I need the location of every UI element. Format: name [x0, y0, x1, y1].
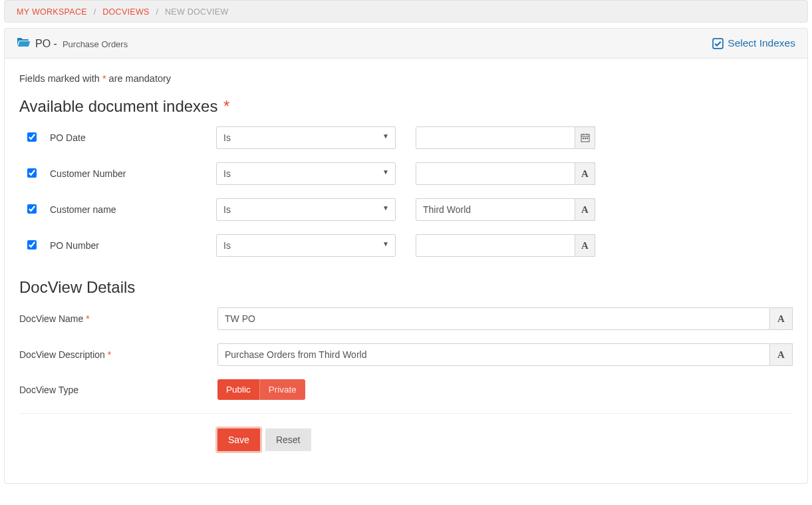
text-type-icon[interactable]: A [770, 343, 793, 366]
reset-button[interactable]: Reset [265, 428, 311, 451]
breadcrumb: MY WORKSPACE / DOCVIEWS / NEW DOCVIEW [4, 0, 808, 23]
index-row: Customer Number Is ▼ A [19, 162, 793, 185]
type-public-button[interactable]: Public [217, 379, 259, 400]
index-row: PO Date Is ▼ [19, 126, 793, 149]
index-label: PO Number [50, 240, 216, 251]
value-input-custname[interactable] [416, 198, 575, 221]
docview-name-input[interactable] [217, 307, 770, 330]
docview-type-toggle: Public Private [217, 379, 305, 400]
index-label: Customer name [50, 204, 216, 215]
breadcrumb-link-docviews[interactable]: DOCVIEWS [102, 7, 149, 17]
operator-select[interactable]: Is [216, 162, 396, 185]
index-label: Customer Number [50, 168, 216, 179]
svg-rect-3 [583, 138, 584, 139]
details-section-title: DocView Details [19, 278, 793, 297]
text-type-icon[interactable]: A [575, 198, 595, 221]
docview-type-label: DocView Type [19, 385, 217, 395]
index-checkbox-ponum[interactable] [27, 240, 37, 250]
select-indexes-button[interactable]: Select Indexes [712, 37, 795, 49]
calendar-icon[interactable] [575, 126, 595, 149]
folder-code: PO - [35, 38, 57, 50]
breadcrumb-current: NEW DOCVIEW [165, 7, 229, 17]
value-input-ponum[interactable] [416, 234, 575, 257]
value-input-custnum[interactable] [416, 162, 575, 185]
select-indexes-label: Select Indexes [728, 37, 795, 49]
folder-open-icon [17, 37, 30, 49]
text-type-icon[interactable]: A [575, 162, 595, 185]
operator-select[interactable]: Is [216, 126, 396, 149]
index-label: PO Date [50, 132, 216, 143]
mandatory-note: Fields marked with * are mandatory [19, 73, 793, 84]
operator-select[interactable]: Is [216, 198, 396, 221]
svg-rect-4 [585, 138, 586, 139]
docview-desc-input[interactable] [217, 343, 770, 366]
operator-select[interactable]: Is [216, 234, 396, 257]
breadcrumb-sep: / [156, 7, 158, 17]
breadcrumb-sep: / [94, 7, 96, 17]
folder-subtitle: Purchase Orders [63, 39, 128, 49]
breadcrumb-link-workspace[interactable]: MY WORKSPACE [17, 7, 87, 17]
value-input-podate[interactable] [416, 126, 575, 149]
index-checkbox-custnum[interactable] [27, 168, 37, 178]
panel-header: PO - Purchase Orders Select Indexes [5, 29, 807, 59]
check-square-icon [712, 38, 724, 49]
index-checkbox-custname[interactable] [27, 204, 37, 214]
docview-desc-label: DocView Description * [19, 349, 217, 360]
save-button[interactable]: Save [217, 428, 260, 451]
main-panel: PO - Purchase Orders Select Indexes Fiel… [4, 28, 808, 484]
svg-rect-5 [587, 138, 588, 139]
type-private-button[interactable]: Private [259, 379, 305, 400]
indexes-section-title: Available document indexes * [19, 97, 793, 116]
index-row: PO Number Is ▼ A [19, 234, 793, 257]
docview-name-label: DocView Name * [19, 313, 217, 324]
index-row: Customer name Is ▼ A [19, 198, 793, 221]
text-type-icon[interactable]: A [575, 234, 595, 257]
index-checkbox-podate[interactable] [27, 132, 37, 142]
text-type-icon[interactable]: A [770, 307, 793, 330]
